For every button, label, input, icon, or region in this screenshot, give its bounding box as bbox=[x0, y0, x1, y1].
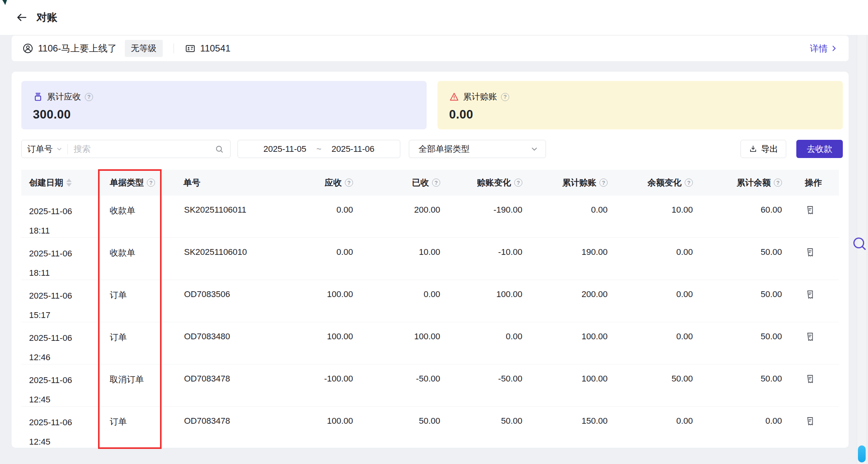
column-header: 应收? bbox=[277, 170, 355, 196]
floating-magnifier-icon[interactable] bbox=[851, 235, 868, 254]
help-icon[interactable]: ? bbox=[501, 93, 509, 101]
search-box: 订单号 bbox=[21, 140, 231, 158]
help-icon[interactable]: ? bbox=[514, 179, 522, 187]
date-start: 2025-11-05 bbox=[264, 144, 307, 154]
reconciliation-table: 创建日期单据类型?单号应收?已收?赊账变化?累计赊账?余额变化?累计余额?操作 … bbox=[21, 170, 839, 448]
help-icon[interactable]: ? bbox=[599, 179, 608, 187]
column-label: 累计余额 bbox=[737, 177, 771, 189]
column-header: 操作 bbox=[784, 170, 839, 196]
cell-balance-change: 0.00 bbox=[609, 280, 694, 322]
search-icon[interactable] bbox=[215, 144, 224, 154]
cell-doc-no: OD7083480 bbox=[161, 322, 277, 364]
cell-receivable: 0.00 bbox=[277, 238, 355, 280]
help-icon[interactable]: ? bbox=[85, 93, 93, 101]
table-row: 2025-11-0612:46订单OD7083480100.00100.000.… bbox=[21, 322, 839, 364]
cell-balance-change: 0.00 bbox=[609, 322, 694, 364]
date-range-picker[interactable]: 2025-11-05 ~ 2025-11-06 bbox=[238, 140, 400, 158]
receipt-icon[interactable] bbox=[805, 374, 815, 384]
card-value: 300.00 bbox=[33, 108, 415, 122]
cell-doc-type: 取消订单 bbox=[99, 364, 161, 407]
cell-balance-total: 60.00 bbox=[694, 196, 784, 238]
cell-receivable: 0.00 bbox=[277, 196, 355, 238]
top-bar: 对账 bbox=[0, 0, 868, 35]
cell-credit-total: 200.00 bbox=[524, 280, 609, 322]
cell-create-date: 2025-11-0615:17 bbox=[21, 280, 99, 322]
column-header: 已收? bbox=[355, 170, 442, 196]
cell-balance-total: 50.00 bbox=[694, 280, 784, 322]
receipt-icon[interactable] bbox=[805, 332, 815, 342]
receipt-icon[interactable] bbox=[805, 247, 815, 258]
download-icon bbox=[749, 144, 758, 153]
customer-id: 110541 bbox=[200, 43, 231, 54]
help-icon[interactable]: ? bbox=[345, 179, 353, 187]
cell-balance-change: 0.00 bbox=[609, 238, 694, 280]
doc-type-select[interactable]: 全部单据类型 bbox=[409, 140, 546, 158]
account-bar: 1106-马上要上线了 无等级 110541 详情 bbox=[12, 36, 849, 61]
column-label: 累计赊账 bbox=[562, 177, 596, 189]
summary-cards: 累计应收 ? 300.00 累计赊账 ? 0.00 bbox=[21, 81, 843, 129]
cell-received: 0.00 bbox=[355, 280, 442, 322]
cell-create-date: 2025-11-0618:11 bbox=[21, 238, 99, 280]
date-separator: ~ bbox=[317, 144, 322, 154]
help-icon[interactable]: ? bbox=[147, 179, 155, 187]
cell-doc-no: OD7083478 bbox=[161, 364, 277, 407]
help-icon[interactable]: ? bbox=[685, 179, 693, 187]
cell-operation bbox=[784, 407, 839, 448]
column-label: 赊账变化 bbox=[477, 177, 511, 189]
cell-doc-type: 收款单 bbox=[99, 196, 161, 238]
level-badge: 无等级 bbox=[125, 40, 163, 57]
receipt-icon[interactable] bbox=[805, 289, 815, 300]
cell-balance-change: 50.00 bbox=[609, 364, 694, 407]
column-header: 单号 bbox=[161, 170, 277, 196]
cell-received: 200.00 bbox=[355, 196, 442, 238]
cell-balance-change: 0.00 bbox=[609, 407, 694, 448]
detail-link[interactable]: 详情 bbox=[810, 43, 838, 55]
cell-doc-type: 收款单 bbox=[99, 238, 161, 280]
cell-create-date: 2025-11-0618:11 bbox=[21, 196, 99, 238]
cell-credit-change: -190.00 bbox=[442, 196, 524, 238]
column-header: 单据类型? bbox=[99, 170, 161, 196]
cell-doc-no: SK20251106010 bbox=[161, 238, 277, 280]
card-value: 0.00 bbox=[449, 108, 831, 122]
table-row: 2025-11-0618:11收款单SK202511060100.0010.00… bbox=[21, 238, 839, 280]
receipt-icon[interactable] bbox=[805, 205, 815, 215]
receipt-icon[interactable] bbox=[805, 416, 815, 426]
column-label: 应收 bbox=[325, 177, 342, 189]
export-button[interactable]: 导出 bbox=[741, 140, 786, 158]
warning-icon bbox=[449, 92, 459, 102]
back-arrow-icon[interactable] bbox=[15, 10, 29, 24]
collect-payment-button[interactable]: 去收款 bbox=[796, 140, 843, 158]
filter-bar: 订单号 2025-11-05 ~ 2025-11-06 全部单据类型 bbox=[21, 140, 843, 158]
table-row: 2025-11-0615:17订单OD7083506100.000.00100.… bbox=[21, 280, 839, 322]
column-label: 余额变化 bbox=[648, 177, 682, 189]
cell-receivable: 100.00 bbox=[277, 407, 355, 448]
cell-credit-change: 0.00 bbox=[442, 322, 524, 364]
wallet-icon bbox=[33, 92, 43, 102]
cell-received: -50.00 bbox=[355, 364, 442, 407]
help-icon[interactable]: ? bbox=[774, 179, 782, 187]
cell-operation bbox=[784, 322, 839, 364]
table-row: 2025-11-0618:11收款单SK202511060110.00200.0… bbox=[21, 196, 839, 238]
sort-icon[interactable] bbox=[66, 179, 72, 187]
cell-received: 10.00 bbox=[355, 238, 442, 280]
search-type-select[interactable]: 订单号 bbox=[22, 143, 67, 155]
cell-create-date: 2025-11-0612:45 bbox=[21, 407, 99, 448]
cell-credit-total: 100.00 bbox=[524, 364, 609, 407]
column-label: 操作 bbox=[805, 177, 822, 189]
scrollbar-thumb[interactable] bbox=[858, 445, 866, 462]
divider bbox=[174, 43, 174, 53]
cell-doc-type: 订单 bbox=[99, 407, 161, 448]
column-header: 累计余额? bbox=[694, 170, 784, 196]
page-title: 对账 bbox=[36, 10, 57, 24]
search-input[interactable] bbox=[68, 144, 215, 154]
cell-balance-change: 10.00 bbox=[609, 196, 694, 238]
table-row: 2025-11-0612:45订单OD7083478100.0050.0050.… bbox=[21, 407, 839, 448]
cell-receivable: 100.00 bbox=[277, 322, 355, 364]
table-body: 2025-11-0618:11收款单SK202511060110.00200.0… bbox=[21, 196, 839, 448]
help-icon[interactable]: ? bbox=[432, 179, 440, 187]
main-panel: 累计应收 ? 300.00 累计赊账 ? 0.00 bbox=[12, 72, 849, 448]
cell-balance-total: 0.00 bbox=[694, 407, 784, 448]
cell-balance-total: 50.00 bbox=[694, 238, 784, 280]
column-header: 累计赊账? bbox=[524, 170, 609, 196]
column-header[interactable]: 创建日期 bbox=[21, 170, 99, 196]
